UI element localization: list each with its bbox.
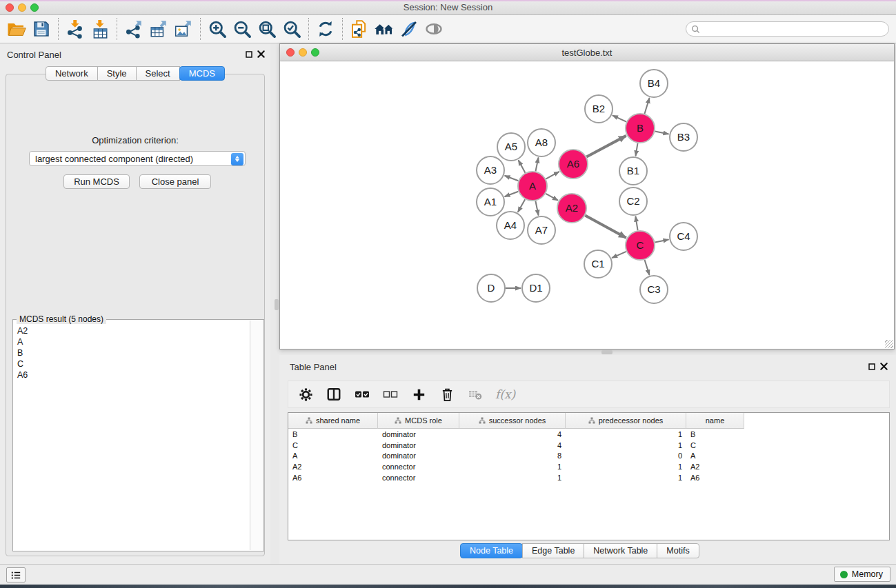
- window-resize-grip[interactable]: [885, 340, 893, 348]
- table-row[interactable]: Cdominator41C: [288, 440, 889, 451]
- export-table-button[interactable]: [146, 17, 171, 41]
- edge-A-A7[interactable]: [535, 201, 538, 216]
- open-session-button[interactable]: [4, 17, 29, 41]
- float-table-panel-icon[interactable]: [868, 363, 875, 370]
- close-panel-button[interactable]: Close panel: [139, 174, 211, 189]
- result-item[interactable]: A6: [17, 369, 250, 381]
- delete-columns-button[interactable]: [439, 386, 455, 403]
- tab-network[interactable]: Network: [46, 66, 98, 81]
- node-C4[interactable]: C4: [670, 223, 697, 250]
- node-A8[interactable]: A8: [528, 129, 555, 156]
- table-row[interactable]: A6connector11A6: [288, 472, 889, 483]
- result-scrollbar[interactable]: [250, 321, 263, 550]
- node-C[interactable]: C: [626, 231, 655, 260]
- run-mcds-button[interactable]: Run MCDS: [63, 174, 130, 189]
- node-B1[interactable]: B1: [619, 157, 647, 185]
- deselect-all-rows-button[interactable]: [382, 386, 399, 403]
- close-table-panel-icon[interactable]: [880, 363, 888, 370]
- node-D[interactable]: D: [477, 274, 505, 302]
- node-C1[interactable]: C1: [584, 250, 612, 278]
- node-A4[interactable]: A4: [497, 212, 524, 239]
- column-header-successor-nodes[interactable]: successor nodes: [459, 413, 566, 429]
- column-header-name[interactable]: name: [686, 413, 744, 429]
- node-B[interactable]: B: [626, 114, 655, 143]
- node-A6[interactable]: A6: [559, 150, 588, 179]
- node-A2[interactable]: A2: [557, 194, 586, 223]
- node-A5[interactable]: A5: [497, 133, 525, 161]
- show-hide-annotations-button[interactable]: [421, 17, 446, 41]
- result-item[interactable]: A: [17, 336, 250, 347]
- result-item[interactable]: C: [17, 358, 250, 369]
- network-graph[interactable]: B4B2BB3A5A8A6A3B1AA1A2C2A4A7CC4C1C3DD1: [280, 61, 894, 349]
- column-header-shared-name[interactable]: shared name: [288, 413, 378, 429]
- tab-edge-table[interactable]: Edge Table: [522, 543, 584, 558]
- task-history-button[interactable]: [6, 567, 26, 582]
- float-panel-icon[interactable]: [246, 51, 252, 58]
- export-image-button[interactable]: [171, 17, 196, 41]
- edge-B-B4[interactable]: [644, 98, 649, 114]
- node-D1[interactable]: D1: [522, 274, 550, 302]
- edge-A-A1[interactable]: [505, 192, 519, 196]
- add-column-button[interactable]: [410, 386, 427, 403]
- tab-network-table[interactable]: Network Table: [584, 543, 657, 558]
- node-B4[interactable]: B4: [640, 70, 668, 97]
- show-graphics-details-button[interactable]: [397, 17, 421, 41]
- zoom-in-button[interactable]: [205, 17, 230, 41]
- node-B3[interactable]: B3: [670, 123, 697, 151]
- edge-B-B3[interactable]: [655, 131, 669, 134]
- splitter-handle-vertical[interactable]: [275, 299, 279, 310]
- tab-style[interactable]: Style: [97, 66, 137, 81]
- new-network-from-selection-button[interactable]: [347, 17, 372, 41]
- node-C3[interactable]: C3: [640, 276, 668, 303]
- export-network-button[interactable]: [121, 17, 146, 41]
- edge-C-C2[interactable]: [635, 216, 637, 231]
- node-B2[interactable]: B2: [585, 95, 613, 123]
- column-layout-button[interactable]: [326, 386, 342, 403]
- edge-A-A4[interactable]: [518, 199, 525, 212]
- save-session-button[interactable]: [29, 17, 54, 41]
- edge-A2-C[interactable]: [585, 216, 626, 238]
- edge-C-C1[interactable]: [612, 252, 626, 258]
- close-panel-icon[interactable]: [257, 50, 265, 58]
- column-header-MCDS-role[interactable]: MCDS role: [378, 413, 459, 429]
- delete-table-button[interactable]: [467, 386, 484, 403]
- node-A7[interactable]: A7: [528, 216, 555, 244]
- edge-C-C4[interactable]: [655, 239, 669, 242]
- network-canvas[interactable]: B4B2BB3A5A8A6A3B1AA1A2C2A4A7CC4C1C3DD1: [280, 61, 894, 349]
- memory-button[interactable]: Memory: [834, 567, 890, 582]
- edge-A-A8[interactable]: [535, 158, 538, 172]
- refresh-view-button[interactable]: [313, 17, 338, 41]
- search-box[interactable]: [686, 21, 889, 37]
- table-row[interactable]: Bdominator41B: [288, 429, 889, 440]
- edge-A-A5[interactable]: [519, 160, 526, 172]
- node-A1[interactable]: A1: [477, 188, 504, 216]
- first-neighbors-button[interactable]: [372, 17, 397, 41]
- select-all-rows-button[interactable]: [354, 386, 370, 403]
- edge-A6-B[interactable]: [586, 136, 626, 157]
- tab-node-table[interactable]: Node Table: [460, 543, 523, 558]
- node-A3[interactable]: A3: [477, 156, 504, 184]
- zoom-fit-button[interactable]: [255, 17, 279, 41]
- result-item[interactable]: A2: [17, 325, 250, 336]
- tab-select[interactable]: Select: [136, 66, 180, 81]
- table-row[interactable]: A2connector11A2: [288, 461, 889, 472]
- edge-B-B1[interactable]: [636, 143, 638, 156]
- edge-C-C3[interactable]: [645, 260, 650, 275]
- zoom-out-button[interactable]: [230, 17, 255, 41]
- criterion-select[interactable]: largest connected component (directed): [29, 151, 246, 166]
- edge-A-A6[interactable]: [546, 172, 559, 179]
- column-header-predecessor-nodes[interactable]: predecessor nodes: [566, 413, 686, 429]
- table-settings-button[interactable]: [297, 386, 314, 403]
- result-item[interactable]: B: [17, 347, 250, 358]
- node-C2[interactable]: C2: [619, 187, 647, 215]
- mcds-result-list[interactable]: A2ABCA6: [13, 325, 250, 549]
- splitter-handle-horizontal[interactable]: [601, 350, 613, 354]
- import-table-button[interactable]: [88, 17, 112, 41]
- edge-A-A2[interactable]: [546, 194, 558, 201]
- tab-motifs[interactable]: Motifs: [657, 543, 699, 558]
- import-network-button[interactable]: [63, 17, 88, 41]
- edge-A-A3[interactable]: [505, 176, 519, 181]
- network-window-titlebar[interactable]: testGlobe.txt: [280, 44, 894, 61]
- edge-B-B2[interactable]: [613, 115, 626, 121]
- table-row[interactable]: Adominator80A: [288, 451, 889, 462]
